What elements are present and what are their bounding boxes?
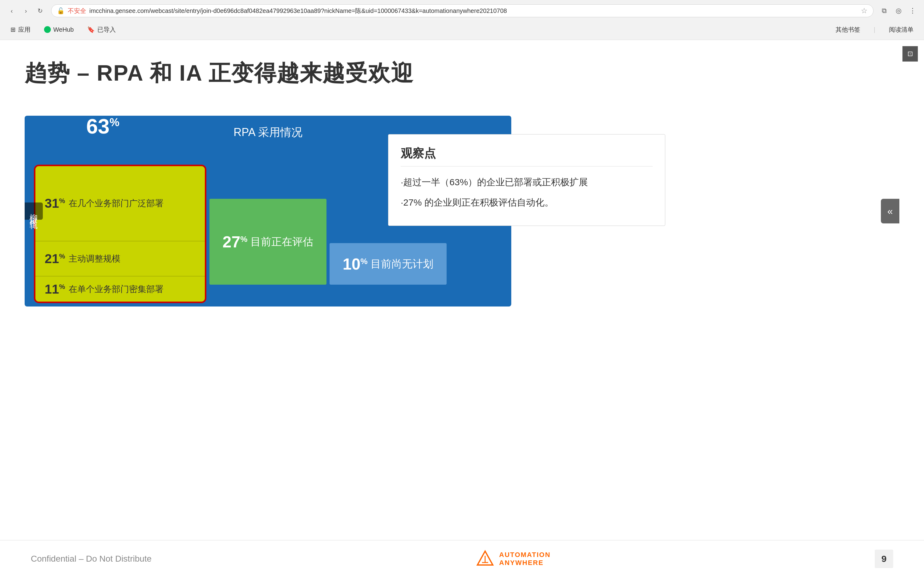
obs-item-1: ·超过一半（63%）的企业已部署或正积极扩展 xyxy=(401,174,653,190)
security-label: 不安全 xyxy=(68,7,86,15)
bookmark-reading[interactable]: 阅读清单 xyxy=(886,24,917,35)
seg-11: 11% 在单个业务部门密集部署 xyxy=(36,276,205,301)
aa-logo-icon xyxy=(476,550,494,568)
wehub-icon xyxy=(44,26,51,33)
chart-area-container: 柳 树 辄 RPA 采用情况 63% 31% 在几个业务部门广泛部署 xyxy=(25,116,899,306)
seg-27-percent: 27% xyxy=(223,233,248,251)
separator: | xyxy=(874,26,876,33)
expand-button[interactable]: « xyxy=(881,199,899,223)
apps-icon: ⊞ xyxy=(10,26,16,33)
menu-button[interactable]: ⋮ xyxy=(907,6,918,16)
aa-logo: AUTOMATION ANYWHERE xyxy=(476,550,551,568)
browser-chrome: ‹ › ↻ 🔓 不安全 imcchina.gensee.com/webcast/… xyxy=(0,0,924,40)
back-button[interactable]: ‹ xyxy=(6,5,17,16)
imported-label: 已导入 xyxy=(97,26,116,34)
observation-box: 观察点 ·超过一半（63%）的企业已部署或正积极扩展 ·27% 的企业则正在积极… xyxy=(388,134,665,226)
seg-31-label: 在几个业务部门广泛部署 xyxy=(69,198,163,209)
bookmark-others[interactable]: 其他书签 xyxy=(832,24,863,35)
chevron-left-icon: « xyxy=(887,206,893,217)
page-number: 9 xyxy=(875,550,893,568)
bookmarks-bar: ⊞ 应用 WeHub 🔖 已导入 其他书签 | 阅读清单 xyxy=(0,21,924,37)
extension-button[interactable]: ⧉ xyxy=(879,6,890,16)
sidebar-icon-1: 柳 xyxy=(27,206,40,209)
reading-label: 阅读清单 xyxy=(889,26,914,34)
seg-21-label: 主动调整规模 xyxy=(69,253,120,265)
slide-container: ⊡ 趋势 – RPA 和 IA 正变得越来越受欢迎 柳 树 辄 RPA 采用情况… xyxy=(0,40,924,540)
slide-title: 趋势 – RPA 和 IA 正变得越来越受欢迎 xyxy=(25,58,899,88)
confidential-text: Confidential – Do Not Distribute xyxy=(31,554,152,564)
reload-button[interactable]: ↻ xyxy=(34,5,45,16)
slide-top-right-icon[interactable]: ⊡ xyxy=(903,46,918,61)
seg-27-label: 目前正在评估 xyxy=(250,235,313,249)
nav-buttons: ‹ › ↻ xyxy=(6,5,45,16)
profile-button[interactable]: ◎ xyxy=(893,6,904,16)
bookmark-imported[interactable]: 🔖 已导入 xyxy=(84,24,119,35)
bookmark-wehub[interactable]: WeHub xyxy=(41,25,77,34)
aa-logo-text: AUTOMATION ANYWHERE xyxy=(499,551,551,567)
address-bar[interactable]: 🔓 不安全 imcchina.gensee.com/webcast/site/e… xyxy=(51,4,874,17)
browser-toolbar: ‹ › ↻ 🔓 不安全 imcchina.gensee.com/webcast/… xyxy=(0,0,924,21)
observation-title: 观察点 xyxy=(401,145,653,166)
seg-27: 27% 目前正在评估 xyxy=(210,199,326,285)
seg-10: 10% 目前尚无计划 xyxy=(330,243,447,285)
seg-10-percent: 10% xyxy=(343,255,368,273)
obs-item-2: ·27% 的企业则正在积极评估自动化。 xyxy=(401,194,653,211)
imported-icon: 🔖 xyxy=(87,26,95,33)
apps-label: 应用 xyxy=(18,26,31,34)
left-panel: 31% 在几个业务部门广泛部署 21% 主动调整规模 11% 在单个业务部门密集… xyxy=(34,164,206,303)
sidebar-icons[interactable]: 柳 树 辄 xyxy=(25,203,43,220)
seg-11-label: 在单个业务部门密集部署 xyxy=(69,284,163,295)
seg-21-percent: 21% xyxy=(45,251,65,266)
browser-icons: ⧉ ◎ ⋮ xyxy=(879,6,918,16)
security-icon: 🔓 xyxy=(57,7,65,15)
percent-63-label: 63% xyxy=(86,114,120,138)
seg-11-percent: 11% xyxy=(45,282,65,297)
forward-button[interactable]: › xyxy=(20,5,31,16)
sidebar-icon-2: 树 xyxy=(27,210,40,212)
bottom-bar: Confidential – Do Not Distribute AUTOMAT… xyxy=(0,540,924,577)
seg-21: 21% 主动调整规模 xyxy=(36,241,205,276)
bookmark-star-icon[interactable]: ☆ xyxy=(861,6,867,15)
mid-panel: 27% 目前正在评估 xyxy=(210,146,326,285)
others-label: 其他书签 xyxy=(835,26,860,34)
left-section: 31% 在几个业务部门广泛部署 21% 主动调整规模 11% 在单个业务部门密集… xyxy=(34,164,206,297)
bookmark-apps[interactable]: ⊞ 应用 xyxy=(7,24,34,35)
url-text: imcchina.gensee.com/webcast/site/entry/j… xyxy=(89,7,858,15)
seg-10-label: 目前尚无计划 xyxy=(370,257,433,271)
seg-31: 31% 在几个业务部门广泛部署 xyxy=(36,166,205,241)
sidebar-icon-3: 辄 xyxy=(27,214,40,216)
wehub-label: WeHub xyxy=(53,26,74,33)
seg-31-percent: 31% xyxy=(45,196,65,211)
